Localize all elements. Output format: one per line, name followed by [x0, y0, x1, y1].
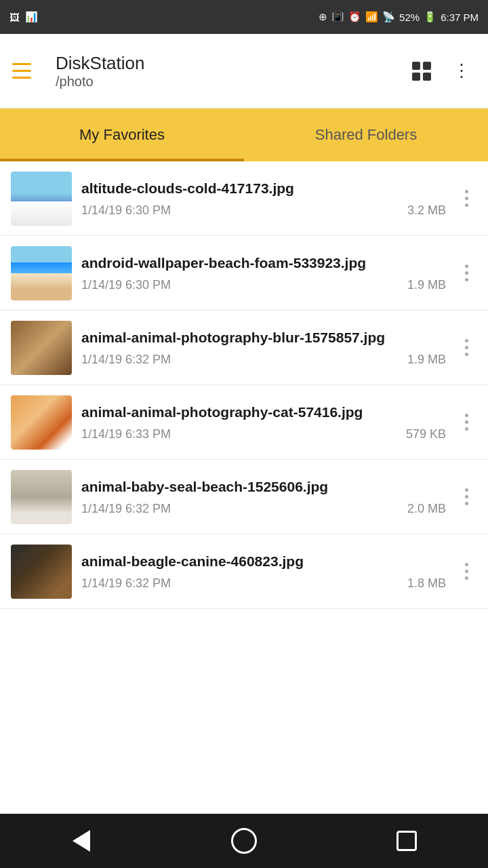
tab-shared-folders[interactable]: Shared Folders — [244, 108, 488, 161]
status-left-icons: 🖼 📊 — [9, 11, 38, 23]
recent-apps-icon — [396, 831, 417, 851]
file-more-button[interactable] — [455, 256, 477, 290]
file-meta: 1/14/19 6:32 PM 1.9 MB — [81, 353, 446, 367]
file-item[interactable]: altitude-clouds-cold-417173.jpg 1/14/19 … — [0, 161, 488, 236]
file-size: 1.9 MB — [407, 278, 446, 292]
signal-icon: 📡 — [382, 11, 395, 23]
file-size: 1.9 MB — [407, 353, 446, 367]
file-info: animal-baby-seal-beach-1525606.jpg 1/14/… — [72, 477, 455, 515]
file-item[interactable]: animal-animal-photography-blur-1575857.j… — [0, 311, 488, 385]
file-thumbnail — [11, 321, 72, 375]
file-meta: 1/14/19 6:33 PM 579 KB — [81, 427, 446, 441]
tab-bar: My Favorites Shared Folders — [0, 108, 488, 161]
vertical-dots-icon — [465, 339, 468, 356]
file-size: 1.8 MB — [407, 576, 446, 591]
file-date: 1/14/19 6:32 PM — [81, 353, 171, 367]
file-date: 1/14/19 6:30 PM — [81, 203, 171, 218]
file-info: animal-beagle-canine-460823.jpg 1/14/19 … — [72, 552, 455, 590]
file-name: animal-beagle-canine-460823.jpg — [81, 552, 446, 570]
file-meta: 1/14/19 6:30 PM 1.9 MB — [81, 278, 446, 292]
file-size: 3.2 MB — [407, 203, 446, 218]
file-info: android-wallpaper-beach-foam-533923.jpg … — [72, 254, 455, 292]
clock: 6:37 PM — [441, 12, 479, 23]
file-name: android-wallpaper-beach-foam-533923.jpg — [81, 254, 446, 272]
photo-icon: 🖼 — [9, 12, 20, 23]
file-more-button[interactable] — [455, 331, 477, 365]
tab-my-favorites[interactable]: My Favorites — [0, 108, 244, 161]
file-item[interactable]: animal-baby-seal-beach-1525606.jpg 1/14/… — [0, 460, 488, 534]
file-more-button[interactable] — [455, 406, 477, 439]
back-button[interactable] — [61, 821, 102, 861]
file-name: altitude-clouds-cold-417173.jpg — [81, 179, 446, 197]
file-info: animal-animal-photography-cat-57416.jpg … — [72, 403, 455, 441]
file-size: 579 KB — [406, 427, 446, 441]
vertical-dots-icon — [465, 414, 468, 431]
vertical-dots-icon — [465, 264, 468, 281]
file-item[interactable]: android-wallpaper-beach-foam-533923.jpg … — [0, 236, 488, 311]
vertical-dots-icon — [465, 488, 468, 505]
recent-apps-button[interactable] — [386, 821, 427, 861]
file-size: 2.0 MB — [407, 502, 446, 516]
file-name: animal-baby-seal-beach-1525606.jpg — [81, 477, 446, 496]
home-button[interactable] — [224, 821, 264, 861]
hamburger-menu-button[interactable] — [12, 56, 42, 86]
grid-view-button[interactable] — [408, 58, 435, 85]
file-meta: 1/14/19 6:32 PM 2.0 MB — [81, 502, 446, 516]
vertical-dots-icon — [465, 563, 468, 580]
wifi-icon: 📶 — [365, 11, 378, 23]
app-title: DiskStation — [56, 53, 408, 74]
battery-text: 52% — [399, 12, 420, 23]
file-thumbnail — [11, 545, 72, 599]
alarm-icon: ⏰ — [348, 11, 361, 23]
file-list: altitude-clouds-cold-417173.jpg 1/14/19 … — [0, 161, 488, 609]
activity-icon: 📊 — [25, 11, 38, 23]
file-thumbnail — [11, 395, 72, 450]
file-meta: 1/14/19 6:30 PM 3.2 MB — [81, 203, 446, 218]
file-thumbnail — [11, 172, 72, 226]
file-date: 1/14/19 6:33 PM — [81, 427, 171, 441]
file-item[interactable]: animal-animal-photography-cat-57416.jpg … — [0, 385, 488, 460]
file-info: altitude-clouds-cold-417173.jpg 1/14/19 … — [72, 179, 455, 217]
back-arrow-icon — [73, 830, 90, 852]
file-item[interactable]: animal-beagle-canine-460823.jpg 1/14/19 … — [0, 534, 488, 609]
file-more-button[interactable] — [455, 182, 477, 216]
file-thumbnail — [11, 246, 72, 300]
status-bar: 🖼 📊 ⊕ 📳 ⏰ 📶 📡 52% 🔋 6:37 PM — [0, 0, 488, 34]
file-more-button[interactable] — [455, 555, 477, 589]
file-meta: 1/14/19 6:32 PM 1.8 MB — [81, 576, 446, 591]
file-info: animal-animal-photography-blur-1575857.j… — [72, 328, 455, 366]
more-options-button[interactable]: ⋮ — [447, 58, 476, 84]
file-thumbnail — [11, 470, 72, 524]
file-date: 1/14/19 6:32 PM — [81, 502, 171, 516]
home-circle-icon — [231, 828, 257, 854]
file-date: 1/14/19 6:30 PM — [81, 278, 171, 292]
vertical-dots-icon — [465, 190, 468, 207]
sync-icon: ⊕ — [319, 11, 327, 23]
file-date: 1/14/19 6:32 PM — [81, 576, 171, 591]
file-name: animal-animal-photography-blur-1575857.j… — [81, 328, 446, 347]
app-bar: DiskStation /photo ⋮ — [0, 34, 488, 108]
app-subtitle: /photo — [56, 74, 408, 90]
status-right: ⊕ 📳 ⏰ 📶 📡 52% 🔋 6:37 PM — [319, 11, 479, 23]
grid-icon — [412, 62, 431, 81]
file-name: animal-animal-photography-cat-57416.jpg — [81, 403, 446, 421]
appbar-right-actions: ⋮ — [408, 58, 476, 85]
vibrate-icon: 📳 — [331, 11, 344, 23]
battery-icon: 🔋 — [424, 11, 436, 23]
title-block: DiskStation /photo — [42, 53, 408, 90]
file-more-button[interactable] — [455, 480, 477, 514]
bottom-nav — [0, 814, 488, 868]
